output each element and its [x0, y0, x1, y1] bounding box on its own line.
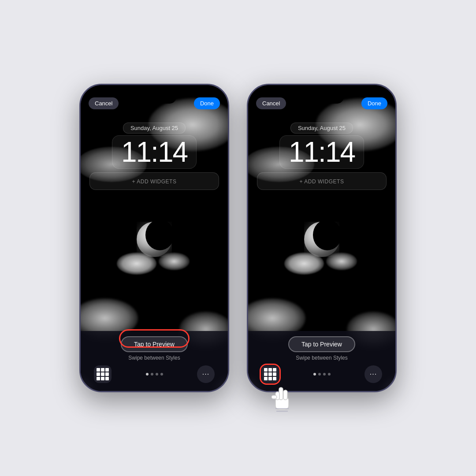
phone-right-wrapper: Cancel Done Sunday, August 25 11:14 + AD…: [247, 84, 397, 392]
phone-left: Cancel Done Sunday, August 25 11:14 + AD…: [79, 84, 229, 392]
more-button-left[interactable]: ···: [197, 365, 215, 383]
time-label-left: 11:14: [112, 135, 197, 169]
date-label-left: Sunday, August 25: [123, 123, 186, 134]
cancel-button-right[interactable]: Cancel: [256, 97, 286, 109]
tap-preview-button-right[interactable]: Tap to Preview: [288, 336, 355, 352]
grid-icon-wrapper-right: [261, 365, 279, 383]
swipe-text-right: Swipe between Styles: [248, 355, 395, 361]
dynamic-island-right: [300, 90, 344, 104]
phone-left-screen: Cancel Done Sunday, August 25 11:14 + AD…: [81, 85, 228, 391]
widgets-area-right[interactable]: + ADD WIDGETS: [257, 172, 387, 190]
date-area-left: Sunday, August 25: [81, 123, 228, 134]
dynamic-island-left: [132, 90, 176, 104]
date-area-right: Sunday, August 25: [248, 123, 395, 134]
pagination-dots-left: [146, 373, 163, 376]
add-widgets-text-left: + ADD WIDGETS: [132, 178, 177, 185]
time-label-right: 11:14: [279, 135, 364, 169]
grid-dots-left: [97, 368, 109, 380]
widgets-area-left[interactable]: + ADD WIDGETS: [89, 172, 219, 190]
grid-icon-button-left[interactable]: [94, 365, 112, 383]
hand-cursor: [269, 383, 295, 416]
svg-rect-2: [283, 390, 287, 400]
phone-right: Cancel Done Sunday, August 25 11:14 + AD…: [247, 84, 397, 392]
bottom-bar-right: Tap to Preview Swipe between Styles: [248, 331, 395, 391]
bottom-icons-right: ···: [248, 365, 395, 383]
grid-dots-right: [264, 368, 276, 380]
add-widgets-text-right: + ADD WIDGETS: [300, 178, 344, 185]
time-display-left: 11:14: [81, 135, 228, 169]
swipe-text-left: Swipe between Styles: [81, 355, 228, 361]
pagination-dots-right: [313, 373, 331, 376]
bottom-bar-left: Tap to Preview Swipe between Styles: [81, 331, 228, 391]
phone-right-screen: Cancel Done Sunday, August 25 11:14 + AD…: [248, 85, 395, 391]
more-button-right[interactable]: ···: [364, 365, 382, 383]
phone-left-wrapper: Cancel Done Sunday, August 25 11:14 + AD…: [79, 84, 229, 392]
time-display-right: 11:14: [248, 135, 395, 169]
tap-preview-button-left[interactable]: Tap to Preview: [121, 336, 188, 352]
done-button-left[interactable]: Done: [194, 97, 220, 109]
svg-rect-4: [271, 395, 277, 399]
hand-cursor-svg: [269, 383, 295, 415]
phones-container: Cancel Done Sunday, August 25 11:14 + AD…: [79, 84, 397, 392]
bottom-icons-left: ···: [81, 365, 228, 383]
date-label-right: Sunday, August 25: [290, 123, 353, 134]
cancel-button-left[interactable]: Cancel: [89, 97, 119, 109]
grid-icon-button-right[interactable]: [261, 365, 279, 383]
done-button-right[interactable]: Done: [361, 97, 387, 109]
